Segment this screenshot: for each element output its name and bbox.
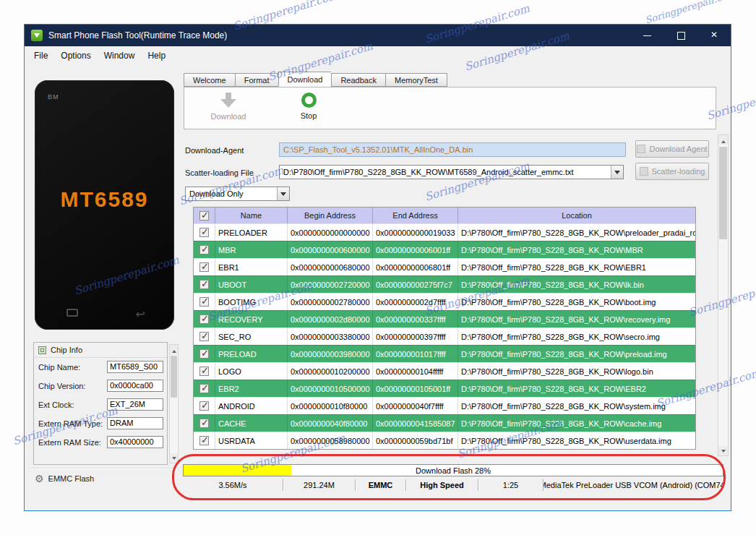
cell-begin-address: 0x0000000000600000 <box>288 241 373 258</box>
close-icon[interactable] <box>697 25 731 46</box>
tab-format[interactable]: Format <box>235 73 278 87</box>
header-name[interactable]: Name <box>215 207 288 223</box>
partition-row-bootimg[interactable]: BOOTIMG0x00000000027800000x0000000002d7f… <box>194 293 695 310</box>
tab-memorytest[interactable]: MemoryTest <box>385 73 447 87</box>
partition-row-preload[interactable]: PRELOAD0x00000000039800000x000000001017f… <box>194 345 695 362</box>
download-agent-button[interactable]: Download Agent <box>635 140 709 158</box>
chevron-down-icon[interactable] <box>611 166 623 179</box>
chevron-down-icon[interactable] <box>277 187 289 200</box>
menu-item-help[interactable]: Help <box>141 48 172 64</box>
scroll-down-icon[interactable] <box>718 446 728 455</box>
scatter-loading-button-label: Scatter-loading <box>652 167 705 176</box>
cell-checkbox <box>194 311 215 328</box>
cell-location: D:\P780\Off_firm\P780_S228_8GB_KK_ROW\se… <box>458 328 695 345</box>
header-begin-address[interactable]: Begin Address <box>288 207 373 223</box>
partition-row-usrdata[interactable]: USRDATA0x00000000589800000x0000000059bd7… <box>194 432 695 449</box>
scatter-loading-button[interactable]: Scatter-loading <box>635 163 709 180</box>
cell-begin-address: 0x0000000000680000 <box>288 259 373 275</box>
chip-field-value: DRAM <box>107 417 163 429</box>
cell-name: BOOTIMG <box>215 294 288 310</box>
tab-welcome[interactable]: Welcome <box>184 73 235 87</box>
cell-begin-address: 0x0000000003380000 <box>288 328 373 345</box>
row-checkbox[interactable] <box>199 280 209 289</box>
maximize-icon[interactable] <box>664 25 697 46</box>
select-all-checkbox[interactable] <box>199 211 209 221</box>
scroll-down-icon[interactable] <box>170 453 178 463</box>
row-checkbox[interactable] <box>199 384 209 393</box>
menu-item-file[interactable]: File <box>27 48 54 64</box>
partition-row-sec_ro[interactable]: SEC_RO0x00000000033800000x000000000397ff… <box>194 328 695 345</box>
download-agent-label: Download-Agent <box>185 146 244 155</box>
row-checkbox[interactable] <box>199 419 209 428</box>
chip-info-scrollbar[interactable] <box>169 344 179 463</box>
cell-name: UBOOT <box>215 276 288 293</box>
download-progress-bar: Download Flash 28% <box>183 464 723 476</box>
cell-checkbox <box>194 415 215 432</box>
scatter-loading-button-icon <box>640 167 648 176</box>
phone-brand-label: BM <box>48 93 59 100</box>
cell-name: PRELOAD <box>215 346 288 362</box>
stop-button[interactable]: Stop <box>280 91 337 120</box>
cell-location: D:\P780\Off_firm\P780_S228_8GB_KK_ROW\EB… <box>458 380 695 397</box>
scrollbar-thumb[interactable] <box>171 356 177 398</box>
menu-item-options[interactable]: Options <box>54 48 97 64</box>
partition-row-ebr2[interactable]: EBR20x00000000105000000x00000000105001ff… <box>194 380 695 397</box>
row-checkbox[interactable] <box>199 436 209 445</box>
partition-row-preloader[interactable]: PRELOADER0x00000000000000000x00000000000… <box>194 223 695 241</box>
cell-checkbox <box>194 294 215 310</box>
download-button[interactable]: Download <box>200 91 257 121</box>
partition-row-uboot[interactable]: UBOOT0x00000000027200000x000000000275f7c… <box>194 275 695 293</box>
stop-icon <box>301 93 317 108</box>
app-window: Smart Phone Flash Tool(Runtime Trace Mod… <box>24 24 731 511</box>
cell-checkbox <box>194 241 215 258</box>
cell-end-address: 0x0000000000019033 <box>373 224 458 241</box>
scatter-file-combobox[interactable]: D:\P780\Off_firm\P780_S228_8GB_KK_ROW\MT… <box>279 165 624 179</box>
cell-checkbox <box>194 432 215 449</box>
download-agent-button-icon <box>637 145 645 153</box>
scrollbar-thumb[interactable] <box>719 147 727 239</box>
cell-begin-address: 0x0000000003980000 <box>288 346 373 362</box>
download-mode-select[interactable]: Download Only <box>185 187 290 201</box>
row-checkbox[interactable] <box>199 332 209 341</box>
menu-item-window[interactable]: Window <box>98 48 142 64</box>
row-checkbox[interactable] <box>199 367 209 376</box>
cell-end-address: 0x0000000059bd71bf <box>373 432 458 449</box>
partition-row-ebr1[interactable]: EBR10x00000000006800000x00000000006801ff… <box>194 258 695 275</box>
partition-table: Name Begin Address End Address Location … <box>193 207 696 450</box>
row-checkbox[interactable] <box>199 245 209 254</box>
row-checkbox[interactable] <box>199 401 209 411</box>
titlebar[interactable]: Smart Phone Flash Tool(Runtime Trace Mod… <box>25 25 731 46</box>
row-checkbox[interactable] <box>199 349 209 359</box>
minimize-icon[interactable] <box>631 25 664 46</box>
header-end-address[interactable]: End Address <box>373 207 458 223</box>
phone-preview: BM MT6589 <box>35 80 174 330</box>
row-checkbox[interactable] <box>199 314 209 324</box>
cell-location: D:\P780\Off_firm\P780_S228_8GB_KK_ROW\pr… <box>458 346 695 362</box>
row-checkbox[interactable] <box>199 228 209 237</box>
left-panel-divider <box>30 468 179 468</box>
row-checkbox[interactable] <box>199 262 209 272</box>
emmc-flash-status: EMMC Flash <box>35 473 94 484</box>
cell-location: D:\P780\Off_firm\P780_S228_8GB_KK_ROW\re… <box>458 311 695 328</box>
header-location[interactable]: Location <box>458 207 695 223</box>
tab-readback[interactable]: Readback <box>331 73 385 87</box>
tab-download[interactable]: Download <box>278 72 332 87</box>
scroll-up-icon[interactable] <box>170 345 178 354</box>
scroll-up-icon[interactable] <box>718 135 728 145</box>
status-bar: 3.56M/s291.24MEMMCHigh Speed1:25MediaTek… <box>183 479 723 491</box>
chip-info-row: Extern RAM Size:0x40000000 <box>34 433 167 452</box>
chip-field-value: 0x40000000 <box>107 436 163 448</box>
partition-row-cache[interactable]: CACHE0x0000000040f800000x000000004158508… <box>194 414 695 432</box>
download-agent-path-field[interactable]: C:\SP_Flash_Tool_v5.1352.01\MTK_AllInOne… <box>279 142 626 157</box>
cell-end-address: 0x000000000275f7c7 <box>373 276 458 293</box>
partition-row-recovery[interactable]: RECOVERY0x0000000002d800000x000000000337… <box>194 310 695 328</box>
cell-begin-address: 0x0000000002d80000 <box>288 311 373 328</box>
partition-row-android[interactable]: ANDROID0x0000000010f800000x0000000040f7f… <box>194 397 695 414</box>
emmc-flash-label: EMMC Flash <box>48 474 95 483</box>
row-checkbox[interactable] <box>199 297 209 307</box>
status-elapsed-time: 1:25 <box>478 479 543 491</box>
main-scrollbar[interactable] <box>718 134 729 456</box>
status-speed: 3.56M/s <box>183 479 283 491</box>
partition-row-mbr[interactable]: MBR0x00000000006000000x00000000006001ffD… <box>194 241 695 258</box>
partition-row-logo[interactable]: LOGO0x00000000102000000x00000000104fffff… <box>194 362 695 380</box>
